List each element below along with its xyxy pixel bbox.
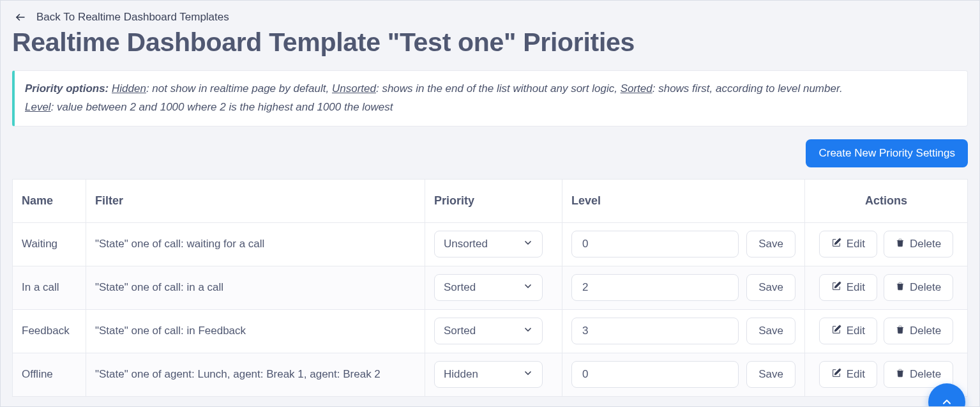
edit-button[interactable]: Edit — [819, 318, 877, 344]
th-actions: Actions — [805, 179, 968, 222]
info-hidden-term: Hidden — [112, 82, 146, 95]
info-sorted-term: Sorted — [621, 82, 652, 95]
save-button-label: Save — [758, 368, 783, 381]
delete-button-label: Delete — [910, 368, 941, 381]
chevron-down-icon — [523, 325, 533, 338]
info-level-desc: : value between 2 and 1000 where 2 is th… — [51, 101, 393, 113]
cell-filter: "State" one of call: waiting for a call — [86, 222, 425, 266]
edit-button[interactable]: Edit — [819, 274, 877, 301]
back-link[interactable]: Back To Realtime Dashboard Templates — [1, 1, 979, 24]
priority-select[interactable]: Hidden — [434, 361, 543, 388]
priority-select-value: Sorted — [444, 325, 476, 337]
delete-button[interactable]: Delete — [884, 231, 953, 257]
priority-table: Name Filter Priority Level Actions Waiti… — [12, 179, 968, 397]
level-input[interactable] — [571, 231, 739, 257]
delete-button[interactable]: Delete — [884, 318, 953, 344]
info-unsorted-desc: : shows in the end of the list without a… — [376, 82, 621, 95]
arrow-left-icon — [15, 12, 26, 23]
edit-button-label: Edit — [847, 281, 865, 294]
delete-button-label: Delete — [910, 281, 941, 294]
th-priority: Priority — [425, 179, 562, 222]
save-button-label: Save — [758, 238, 783, 250]
priority-select-value: Unsorted — [444, 238, 488, 250]
edit-button[interactable]: Edit — [819, 231, 877, 257]
save-button[interactable]: Save — [746, 318, 795, 344]
info-options-label: Priority options: — [25, 82, 109, 95]
priority-select-value: Hidden — [444, 368, 478, 381]
save-button[interactable]: Save — [746, 274, 795, 301]
info-banner: Priority options: Hidden: not show in re… — [12, 70, 968, 127]
th-filter: Filter — [86, 179, 425, 222]
trash-icon — [896, 325, 905, 338]
edit-button-label: Edit — [847, 238, 865, 250]
info-hidden-desc: : not show in realtime page by default, — [146, 82, 332, 95]
trash-icon — [896, 368, 905, 381]
trash-icon — [896, 281, 905, 295]
delete-button-label: Delete — [910, 325, 941, 337]
cell-name: Offline — [13, 353, 86, 396]
trash-icon — [896, 238, 905, 251]
save-button-label: Save — [758, 325, 783, 337]
table-row: Waiting"State" one of call: waiting for … — [13, 222, 968, 266]
info-sorted-desc: : shows first, according to level number… — [652, 82, 843, 95]
edit-icon — [831, 281, 841, 295]
level-input[interactable] — [571, 361, 739, 388]
cell-filter: "State" one of call: in Feedback — [86, 309, 425, 353]
priority-select[interactable]: Sorted — [434, 318, 543, 344]
save-button[interactable]: Save — [746, 231, 795, 257]
cell-filter: "State" one of agent: Lunch, agent: Brea… — [86, 353, 425, 396]
chevron-down-icon — [523, 281, 533, 295]
edit-icon — [831, 368, 841, 381]
th-level: Level — [562, 179, 805, 222]
cell-name: Feedback — [13, 309, 86, 353]
delete-button-label: Delete — [910, 238, 941, 250]
table-row: In a call"State" one of call: in a callS… — [13, 266, 968, 309]
page-title: Realtime Dashboard Template "Test one" P… — [1, 27, 979, 58]
priority-select[interactable]: Sorted — [434, 274, 543, 301]
save-button-label: Save — [758, 281, 783, 294]
chevron-down-icon — [523, 368, 533, 381]
create-priority-button[interactable]: Create New Priority Settings — [806, 139, 968, 167]
table-row: Feedback"State" one of call: in Feedback… — [13, 309, 968, 353]
cell-name: In a call — [13, 266, 86, 309]
edit-button[interactable]: Edit — [819, 361, 877, 388]
info-unsorted-term: Unsorted — [332, 82, 376, 95]
save-button[interactable]: Save — [746, 361, 795, 388]
cell-name: Waiting — [13, 222, 86, 266]
edit-icon — [831, 325, 841, 338]
info-level-term: Level — [25, 101, 51, 113]
priority-select[interactable]: Unsorted — [434, 231, 543, 257]
edit-button-label: Edit — [847, 368, 865, 381]
delete-button[interactable]: Delete — [884, 274, 953, 301]
level-input[interactable] — [571, 274, 739, 301]
cell-filter: "State" one of call: in a call — [86, 266, 425, 309]
table-row: Offline"State" one of agent: Lunch, agen… — [13, 353, 968, 396]
chevron-down-icon — [523, 238, 533, 251]
th-name: Name — [13, 179, 86, 222]
priority-select-value: Sorted — [444, 281, 476, 294]
edit-icon — [831, 238, 841, 251]
level-input[interactable] — [571, 318, 739, 344]
back-link-label: Back To Realtime Dashboard Templates — [36, 11, 229, 24]
edit-button-label: Edit — [847, 325, 865, 337]
